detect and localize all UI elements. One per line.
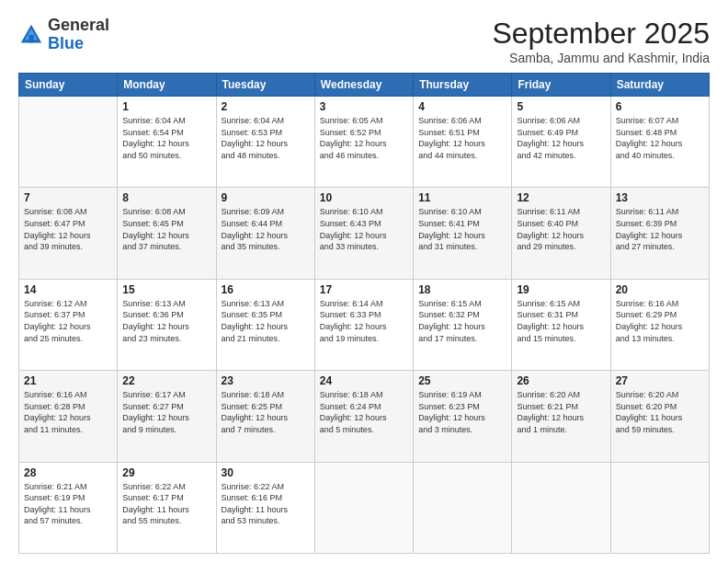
calendar-cell: 11Sunrise: 6:10 AM Sunset: 6:41 PM Dayli…	[414, 188, 512, 279]
calendar-cell: 22Sunrise: 6:17 AM Sunset: 6:27 PM Dayli…	[118, 371, 216, 462]
calendar-cell: 17Sunrise: 6:14 AM Sunset: 6:33 PM Dayli…	[314, 279, 413, 370]
day-number: 4	[418, 100, 506, 113]
day-info: Sunrise: 6:20 AM Sunset: 6:21 PM Dayligh…	[517, 389, 605, 435]
calendar-cell: 9Sunrise: 6:09 AM Sunset: 6:44 PM Daylig…	[216, 188, 314, 279]
day-number: 26	[517, 374, 605, 387]
month-title: September 2025	[492, 17, 710, 51]
day-number: 20	[616, 283, 704, 296]
day-number: 13	[616, 191, 704, 204]
calendar-cell: 8Sunrise: 6:08 AM Sunset: 6:45 PM Daylig…	[118, 188, 216, 279]
day-number: 8	[122, 191, 210, 204]
day-number: 19	[517, 283, 605, 296]
day-number: 24	[320, 374, 408, 387]
day-info: Sunrise: 6:15 AM Sunset: 6:32 PM Dayligh…	[418, 298, 506, 344]
calendar-cell: 15Sunrise: 6:13 AM Sunset: 6:36 PM Dayli…	[118, 279, 216, 370]
weekday-header-row: SundayMondayTuesdayWednesdayThursdayFrid…	[19, 74, 710, 97]
day-info: Sunrise: 6:20 AM Sunset: 6:20 PM Dayligh…	[616, 389, 704, 435]
weekday-header-cell: Thursday	[414, 74, 512, 97]
page: General Blue September 2025 Samba, Jammu…	[0, 0, 728, 563]
day-info: Sunrise: 6:08 AM Sunset: 6:45 PM Dayligh…	[122, 206, 210, 252]
calendar-table: SundayMondayTuesdayWednesdayThursdayFrid…	[18, 73, 710, 554]
calendar-week-row: 21Sunrise: 6:16 AM Sunset: 6:28 PM Dayli…	[19, 371, 710, 462]
day-info: Sunrise: 6:18 AM Sunset: 6:25 PM Dayligh…	[222, 389, 310, 435]
day-number: 16	[222, 283, 310, 296]
calendar-cell: 26Sunrise: 6:20 AM Sunset: 6:21 PM Dayli…	[512, 371, 610, 462]
day-number: 12	[517, 191, 605, 204]
day-number: 22	[122, 374, 210, 387]
day-number: 21	[24, 374, 112, 387]
calendar-week-row: 7Sunrise: 6:08 AM Sunset: 6:47 PM Daylig…	[19, 188, 710, 279]
calendar-cell: 27Sunrise: 6:20 AM Sunset: 6:20 PM Dayli…	[610, 371, 709, 462]
day-number: 17	[320, 283, 408, 296]
day-info: Sunrise: 6:07 AM Sunset: 6:48 PM Dayligh…	[616, 115, 704, 161]
day-number: 10	[320, 191, 408, 204]
calendar-week-row: 28Sunrise: 6:21 AM Sunset: 6:19 PM Dayli…	[19, 462, 710, 553]
day-info: Sunrise: 6:16 AM Sunset: 6:29 PM Dayligh…	[616, 298, 704, 344]
calendar-cell: 5Sunrise: 6:06 AM Sunset: 6:49 PM Daylig…	[512, 97, 610, 188]
day-info: Sunrise: 6:15 AM Sunset: 6:31 PM Dayligh…	[517, 298, 605, 344]
logo-blue: Blue	[48, 35, 109, 53]
calendar-week-row: 1Sunrise: 6:04 AM Sunset: 6:54 PM Daylig…	[19, 97, 710, 188]
location: Samba, Jammu and Kashmir, India	[492, 51, 710, 65]
weekday-header-cell: Monday	[118, 74, 216, 97]
day-number: 9	[222, 191, 310, 204]
calendar-cell: 14Sunrise: 6:12 AM Sunset: 6:37 PM Dayli…	[19, 279, 118, 370]
day-info: Sunrise: 6:10 AM Sunset: 6:43 PM Dayligh…	[320, 206, 408, 252]
calendar-cell: 20Sunrise: 6:16 AM Sunset: 6:29 PM Dayli…	[610, 279, 709, 370]
day-number: 1	[122, 100, 210, 113]
calendar-cell	[512, 462, 610, 553]
calendar-cell: 24Sunrise: 6:18 AM Sunset: 6:24 PM Dayli…	[314, 371, 413, 462]
calendar-body: 1Sunrise: 6:04 AM Sunset: 6:54 PM Daylig…	[19, 97, 710, 554]
day-number: 15	[122, 283, 210, 296]
svg-rect-2	[28, 35, 34, 42]
day-info: Sunrise: 6:19 AM Sunset: 6:23 PM Dayligh…	[418, 389, 506, 435]
calendar-cell: 2Sunrise: 6:04 AM Sunset: 6:53 PM Daylig…	[216, 97, 314, 188]
calendar-cell: 4Sunrise: 6:06 AM Sunset: 6:51 PM Daylig…	[414, 97, 512, 188]
day-info: Sunrise: 6:04 AM Sunset: 6:53 PM Dayligh…	[222, 115, 310, 161]
calendar-cell	[19, 97, 118, 188]
calendar-cell: 3Sunrise: 6:05 AM Sunset: 6:52 PM Daylig…	[314, 97, 413, 188]
day-info: Sunrise: 6:22 AM Sunset: 6:17 PM Dayligh…	[122, 481, 210, 527]
calendar-cell: 30Sunrise: 6:22 AM Sunset: 6:16 PM Dayli…	[216, 462, 314, 553]
day-info: Sunrise: 6:13 AM Sunset: 6:36 PM Dayligh…	[122, 298, 210, 344]
calendar-cell	[414, 462, 512, 553]
title-section: September 2025 Samba, Jammu and Kashmir,…	[492, 17, 710, 65]
calendar-cell: 10Sunrise: 6:10 AM Sunset: 6:43 PM Dayli…	[314, 188, 413, 279]
calendar-cell: 12Sunrise: 6:11 AM Sunset: 6:40 PM Dayli…	[512, 188, 610, 279]
day-number: 30	[222, 466, 310, 479]
day-info: Sunrise: 6:17 AM Sunset: 6:27 PM Dayligh…	[122, 389, 210, 435]
day-info: Sunrise: 6:18 AM Sunset: 6:24 PM Dayligh…	[320, 389, 408, 435]
day-info: Sunrise: 6:11 AM Sunset: 6:39 PM Dayligh…	[616, 206, 704, 252]
day-info: Sunrise: 6:21 AM Sunset: 6:19 PM Dayligh…	[24, 481, 112, 527]
logo-text: General Blue	[48, 17, 109, 53]
header: General Blue September 2025 Samba, Jammu…	[18, 17, 710, 65]
day-info: Sunrise: 6:11 AM Sunset: 6:40 PM Dayligh…	[517, 206, 605, 252]
day-info: Sunrise: 6:05 AM Sunset: 6:52 PM Dayligh…	[320, 115, 408, 161]
day-number: 27	[616, 374, 704, 387]
day-number: 18	[418, 283, 506, 296]
day-info: Sunrise: 6:14 AM Sunset: 6:33 PM Dayligh…	[320, 298, 408, 344]
calendar-cell: 25Sunrise: 6:19 AM Sunset: 6:23 PM Dayli…	[414, 371, 512, 462]
day-info: Sunrise: 6:04 AM Sunset: 6:54 PM Dayligh…	[122, 115, 210, 161]
calendar-cell: 16Sunrise: 6:13 AM Sunset: 6:35 PM Dayli…	[216, 279, 314, 370]
calendar-cell	[314, 462, 413, 553]
day-info: Sunrise: 6:08 AM Sunset: 6:47 PM Dayligh…	[24, 206, 112, 252]
day-info: Sunrise: 6:09 AM Sunset: 6:44 PM Dayligh…	[222, 206, 310, 252]
day-number: 29	[122, 466, 210, 479]
day-number: 14	[24, 283, 112, 296]
calendar-cell: 13Sunrise: 6:11 AM Sunset: 6:39 PM Dayli…	[610, 188, 709, 279]
calendar-cell: 7Sunrise: 6:08 AM Sunset: 6:47 PM Daylig…	[19, 188, 118, 279]
calendar-cell: 18Sunrise: 6:15 AM Sunset: 6:32 PM Dayli…	[414, 279, 512, 370]
calendar-cell: 6Sunrise: 6:07 AM Sunset: 6:48 PM Daylig…	[610, 97, 709, 188]
logo-icon	[18, 22, 44, 48]
logo: General Blue	[18, 17, 109, 53]
day-info: Sunrise: 6:12 AM Sunset: 6:37 PM Dayligh…	[24, 298, 112, 344]
logo-general: General	[48, 17, 109, 35]
calendar-cell: 21Sunrise: 6:16 AM Sunset: 6:28 PM Dayli…	[19, 371, 118, 462]
day-number: 7	[24, 191, 112, 204]
calendar-cell	[610, 462, 709, 553]
calendar-cell: 29Sunrise: 6:22 AM Sunset: 6:17 PM Dayli…	[118, 462, 216, 553]
calendar-week-row: 14Sunrise: 6:12 AM Sunset: 6:37 PM Dayli…	[19, 279, 710, 370]
calendar-cell: 19Sunrise: 6:15 AM Sunset: 6:31 PM Dayli…	[512, 279, 610, 370]
day-info: Sunrise: 6:13 AM Sunset: 6:35 PM Dayligh…	[222, 298, 310, 344]
